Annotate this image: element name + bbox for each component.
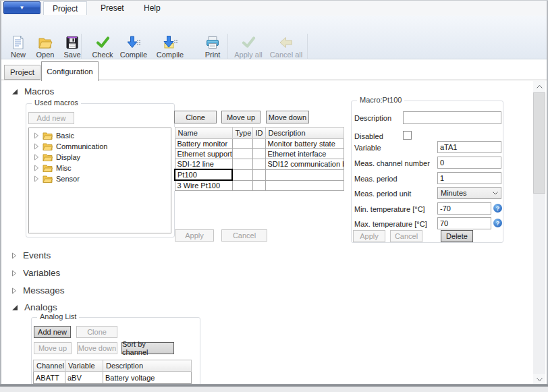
- section-title: Messages: [23, 285, 65, 296]
- cell-id[interactable]: [252, 149, 265, 159]
- tree-item-communication[interactable]: Communication: [29, 141, 171, 152]
- move-down-macro-button[interactable]: Move down: [266, 111, 309, 123]
- table-row-selected[interactable]: Pt100: [175, 169, 344, 180]
- folder-icon: [43, 164, 53, 172]
- cell-id[interactable]: [252, 139, 265, 149]
- meas-period-unit-select[interactable]: Minutes: [437, 187, 501, 199]
- col-header-description[interactable]: Description: [103, 360, 192, 372]
- vertical-scrollbar[interactable]: [533, 81, 545, 385]
- macro-list-cancel-button[interactable]: Cancel: [221, 229, 267, 242]
- add-new-analog-button[interactable]: Add new: [34, 326, 71, 338]
- tree-item-sensor[interactable]: Sensor: [29, 173, 171, 184]
- section-title: Variables: [23, 268, 60, 278]
- description-label: Description: [354, 114, 391, 122]
- col-header-variable[interactable]: Variable: [65, 360, 103, 372]
- chevron-down-icon: [493, 192, 498, 195]
- macro-list-apply-button[interactable]: Apply: [175, 229, 214, 242]
- cell-variable[interactable]: aBV: [65, 372, 103, 384]
- max-temperature-label: Max. temperature [°C]: [354, 220, 427, 228]
- compile-compressed-icon: [146, 33, 194, 51]
- variable-label: Variable: [354, 144, 381, 152]
- save-button-label: Save: [63, 51, 80, 59]
- cell-type[interactable]: [232, 159, 252, 170]
- section-header-events[interactable]: Events: [11, 250, 51, 260]
- table-row[interactable]: Ethernet support Ethernet interface: [175, 149, 344, 159]
- ribbon-tab-help[interactable]: Help: [135, 1, 169, 15]
- scroll-down-button[interactable]: [533, 374, 545, 385]
- cell-type[interactable]: [232, 139, 252, 149]
- cell-name[interactable]: Ethernet support: [175, 149, 232, 159]
- cell-name-selected[interactable]: Pt100: [175, 169, 232, 180]
- document-tab-configuration[interactable]: Configuration: [41, 61, 99, 81]
- ribbon-tab-project[interactable]: Project: [43, 1, 87, 15]
- col-header-channel[interactable]: Channel: [34, 360, 65, 372]
- cell-type[interactable]: [232, 149, 252, 159]
- table-row[interactable]: ABATT aBV Battery voltage: [34, 372, 192, 384]
- sort-by-channel-button[interactable]: Sort by channel: [121, 342, 174, 354]
- application-window: ▼ Project Preset Help New Open Save: [0, 0, 548, 392]
- application-menu-button[interactable]: ▼: [3, 1, 40, 14]
- cancel-arrow-icon: [267, 33, 305, 51]
- cell-type[interactable]: [232, 169, 252, 180]
- col-header-description[interactable]: Description: [265, 128, 344, 139]
- cell-type[interactable]: [232, 180, 252, 191]
- section-header-messages[interactable]: Messages: [11, 285, 65, 296]
- min-temperature-field[interactable]: [437, 202, 491, 215]
- cell-name[interactable]: SDI-12 line: [175, 159, 232, 170]
- help-icon[interactable]: ?: [493, 219, 502, 227]
- cell-description[interactable]: [265, 169, 344, 180]
- section-header-macros[interactable]: Macros: [11, 86, 54, 96]
- clone-macro-button[interactable]: Clone: [174, 111, 217, 123]
- max-temperature-field[interactable]: [437, 217, 491, 229]
- meas-channel-field[interactable]: [437, 157, 501, 169]
- cell-description[interactable]: [265, 180, 344, 191]
- folder-icon: [43, 175, 53, 183]
- macro-cancel-button[interactable]: Cancel: [390, 230, 422, 242]
- meas-period-field[interactable]: [437, 172, 501, 184]
- cell-description[interactable]: Monitor battery state: [265, 139, 344, 149]
- apply-check-icon: [231, 33, 266, 51]
- disabled-label: Disabled: [354, 132, 383, 140]
- variable-field[interactable]: [437, 141, 501, 153]
- table-row[interactable]: SDI-12 line SDI12 communication bus: [175, 159, 344, 170]
- cell-id[interactable]: [252, 180, 265, 191]
- cell-id[interactable]: [252, 159, 265, 170]
- section-header-variables[interactable]: Variables: [11, 268, 60, 278]
- document-tab-project[interactable]: Project: [4, 65, 40, 80]
- macro-apply-button[interactable]: Apply: [353, 230, 385, 242]
- table-row[interactable]: 3 Wire Pt100: [175, 180, 344, 191]
- macro-delete-button[interactable]: Delete: [441, 230, 473, 242]
- cell-id[interactable]: [252, 169, 265, 180]
- tree-item-misc[interactable]: Misc: [29, 163, 171, 173]
- clone-analog-button[interactable]: Clone: [76, 326, 117, 338]
- col-header-name[interactable]: Name: [175, 128, 232, 139]
- col-header-type[interactable]: Type: [232, 128, 252, 139]
- open-button[interactable]: Open: [32, 33, 59, 59]
- section-header-analogs[interactable]: Analogs: [11, 302, 57, 312]
- cell-description[interactable]: Battery voltage: [103, 372, 192, 384]
- compile-button[interactable]: Compile: [119, 33, 148, 59]
- ribbon-tab-preset[interactable]: Preset: [92, 1, 133, 15]
- move-up-analog-button[interactable]: Move up: [34, 342, 72, 354]
- col-header-id[interactable]: ID: [252, 128, 265, 139]
- meas-period-unit-label: Meas. period unit: [354, 190, 411, 198]
- new-button[interactable]: New: [5, 33, 31, 59]
- move-down-analog-button[interactable]: Move down: [77, 342, 117, 354]
- cell-description[interactable]: Ethernet interface: [265, 149, 344, 159]
- tree-item-display[interactable]: Display: [29, 152, 171, 163]
- cell-name[interactable]: 3 Wire Pt100: [175, 180, 232, 191]
- add-new-macro-button[interactable]: Add new: [28, 112, 74, 124]
- table-row[interactable]: Battery monitor Monitor battery state: [175, 139, 344, 149]
- cell-name[interactable]: Battery monitor: [175, 139, 232, 149]
- description-field[interactable]: [403, 111, 501, 124]
- tree-item-label: Misc: [56, 164, 72, 172]
- cell-description[interactable]: SDI12 communication bus: [265, 159, 344, 170]
- move-up-macro-button[interactable]: Move up: [221, 111, 261, 123]
- expander-collapsed-icon: [34, 165, 39, 171]
- scroll-up-button[interactable]: [533, 81, 545, 92]
- cell-channel[interactable]: ABATT: [34, 372, 65, 384]
- disabled-checkbox[interactable]: [403, 131, 412, 140]
- help-icon[interactable]: ?: [493, 204, 502, 213]
- tree-item-basic[interactable]: Basic: [29, 130, 171, 141]
- scrollbar-thumb[interactable]: [533, 92, 545, 194]
